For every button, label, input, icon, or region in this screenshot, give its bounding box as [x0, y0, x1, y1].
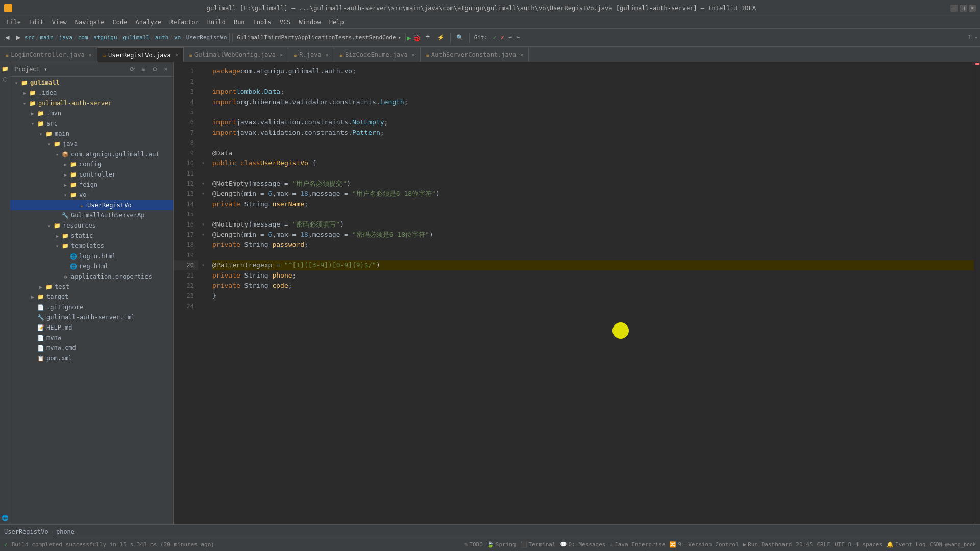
search-btn[interactable]: 🔍 [453, 31, 467, 45]
tree-login-html[interactable]: ▶ 🌐 login.html [10, 251, 173, 261]
tree-java[interactable]: ▾ 📁 java [10, 139, 173, 149]
status-todo[interactable]: ✎ TODO [464, 541, 483, 548]
tab-close-r[interactable]: × [326, 52, 329, 58]
tree-pom-xml[interactable]: ▶ 📋 pom.xml [10, 353, 173, 363]
status-terminal[interactable]: ⬛ Terminal [520, 541, 556, 548]
bc-userregistvo[interactable]: UserRegistVo [186, 34, 227, 41]
code-content[interactable]: package com.atguigu.gulimall.auth.vo; im… [208, 62, 974, 524]
fold-20[interactable]: ▾ [198, 260, 208, 270]
tree-main[interactable]: ▾ 📁 main [10, 129, 173, 139]
bc-vo[interactable]: vo [174, 34, 181, 41]
tree-src[interactable]: ▾ 📁 src [10, 118, 173, 129]
menu-navigate[interactable]: Navigate [71, 16, 109, 29]
status-encoding[interactable]: CRLF [817, 541, 830, 548]
sidebar-collapse-btn[interactable]: ≡ [138, 64, 149, 74]
tab-close-webconfig[interactable]: × [280, 52, 283, 58]
close-btn[interactable]: × [969, 5, 976, 12]
git-x-icon[interactable]: ✗ [501, 34, 504, 41]
tree-test[interactable]: ▶ 📁 test [10, 282, 173, 292]
fold-12[interactable]: ▾ [198, 179, 208, 189]
sidebar-close-btn[interactable]: × [161, 64, 171, 74]
status-spring[interactable]: 🍃 Spring [487, 541, 516, 548]
status-line-col[interactable]: 20:45 [796, 541, 813, 548]
tree-target[interactable]: ▶ 📁 target [10, 292, 173, 302]
profile-btn[interactable]: ⚡ [434, 31, 448, 45]
code-editor[interactable]: 1 2 3 4 5 6 7 8 9 10 11 12 13 14 15 16 1… [174, 62, 980, 524]
menu-code[interactable]: Code [109, 16, 132, 29]
coverage-btn[interactable]: ☂ [422, 31, 433, 45]
run-config-selector[interactable]: GulimallThirdPartyApplicationTests.testS… [232, 33, 406, 42]
bc-java[interactable]: java [59, 34, 73, 41]
tab-close-userregistvo[interactable]: × [175, 52, 178, 58]
tab-user-regist-vo[interactable]: ☕ UserRegistVo.java × [97, 47, 184, 62]
status-charset[interactable]: UTF-8 [835, 541, 851, 548]
fold-9[interactable]: ▾ [198, 158, 208, 168]
tree-idea[interactable]: ▶ 📁 .idea [10, 88, 173, 98]
activity-web[interactable]: 🌐 [1, 513, 10, 522]
fold-17[interactable]: ▾ [198, 230, 208, 240]
tree-mvnw-cmd[interactable]: ▶ 📄 mvnw.cmd [10, 343, 173, 353]
tree-user-regist-vo[interactable]: ▶ ☕ UserRegistVo [10, 200, 173, 210]
tree-package[interactable]: ▾ 📦 com.atguigu.gulimall.aut [10, 149, 173, 159]
status-run-dashboard[interactable]: ▶ Run Dashboard [743, 541, 792, 548]
fold-16[interactable]: ▾ [198, 219, 208, 230]
git-redo-icon[interactable]: ↪ [517, 34, 520, 41]
status-java-enterprise[interactable]: ☕ Java Enterprise [609, 541, 665, 548]
activity-project[interactable]: 📁 [1, 64, 10, 73]
menu-edit[interactable]: Edit [25, 16, 48, 29]
tree-config[interactable]: ▶ 📁 config [10, 159, 173, 169]
tab-login-controller[interactable]: ☕ LoginController.java × [0, 47, 97, 62]
bc-com[interactable]: com [78, 34, 88, 41]
tab-close-auth[interactable]: × [520, 52, 523, 58]
status-messages[interactable]: 💬 0: Messages [560, 541, 606, 548]
bc-bottom-class[interactable]: UserRegistVo [4, 528, 48, 535]
menu-refactor[interactable]: Refactor [165, 16, 203, 29]
tree-reg-html[interactable]: ▶ 🌐 reg.html [10, 261, 173, 271]
forward-btn[interactable]: ▶ [13, 31, 23, 45]
tree-help-md[interactable]: ▶ 📝 HELP.md [10, 322, 173, 333]
bc-main[interactable]: main [40, 34, 54, 41]
status-event-log[interactable]: 🔔 Event Log [887, 541, 926, 548]
menu-vcs[interactable]: VCS [276, 16, 295, 29]
menu-window[interactable]: Window [295, 16, 325, 29]
bc-src[interactable]: src [24, 34, 35, 41]
tree-auth-server-app[interactable]: ▶ 🔧 GulimallAuthServerAp [10, 210, 173, 220]
tree-mvnw[interactable]: ▶ 📄 mvnw [10, 333, 173, 343]
tree-controller[interactable]: ▶ 📁 controller [10, 169, 173, 180]
tree-vo[interactable]: ▾ 📁 vo [10, 190, 173, 200]
back-btn[interactable]: ◀ [2, 31, 12, 45]
bc-auth[interactable]: auth [155, 34, 169, 41]
tab-auth-server-constant[interactable]: ☕ AuthServerConstant.java × [421, 47, 529, 62]
tree-resources[interactable]: ▾ 📁 resources [10, 220, 173, 231]
git-undo-icon[interactable]: ↩ [508, 34, 512, 41]
tree-templates[interactable]: ▾ 📁 templates [10, 241, 173, 251]
menu-build[interactable]: Build [203, 16, 230, 29]
menu-tools[interactable]: Tools [249, 16, 276, 29]
git-check-icon[interactable]: ✓ [493, 34, 497, 41]
maximize-btn[interactable]: □ [960, 5, 967, 12]
bc-atguigu[interactable]: atguigu [93, 34, 117, 41]
tree-feign[interactable]: ▶ 📁 feign [10, 180, 173, 190]
bc-bottom-field[interactable]: phone [56, 528, 75, 535]
tab-gulimall-web-config[interactable]: ☕ GulimallWebConfig.java × [184, 47, 288, 62]
status-indent[interactable]: 4 spaces [855, 541, 883, 548]
minimize-btn[interactable]: − [950, 5, 958, 12]
menu-run[interactable]: Run [230, 16, 249, 29]
run-button[interactable]: ▶ [407, 34, 411, 42]
menu-analyze[interactable]: Analyze [131, 16, 165, 29]
tree-gulimall[interactable]: ▾ 📁 gulimall [10, 78, 173, 88]
tab-close-biz[interactable]: × [412, 52, 415, 58]
bc-gulimall[interactable]: gulimall [122, 34, 150, 41]
menu-file[interactable]: File [2, 16, 25, 29]
tab-r[interactable]: ☕ R.java × [288, 47, 334, 62]
status-version-control[interactable]: 🔀 9: Version Control [669, 541, 739, 548]
tree-auth-server[interactable]: ▾ 📁 gulimall-auth-server [10, 98, 173, 108]
tree-gitignore[interactable]: ▶ 📄 .gitignore [10, 302, 173, 312]
tree-application-properties[interactable]: ▶ ⚙ application.properties [10, 271, 173, 282]
tab-close-login[interactable]: × [89, 52, 92, 58]
debug-button[interactable]: 🐞 [412, 34, 421, 42]
sidebar-settings-btn[interactable]: ⚙ [150, 64, 160, 74]
tree-mvn[interactable]: ▶ 📁 .mvn [10, 108, 173, 118]
activity-structure[interactable]: ⬡ [1, 74, 10, 84]
menu-help[interactable]: Help [325, 16, 348, 29]
